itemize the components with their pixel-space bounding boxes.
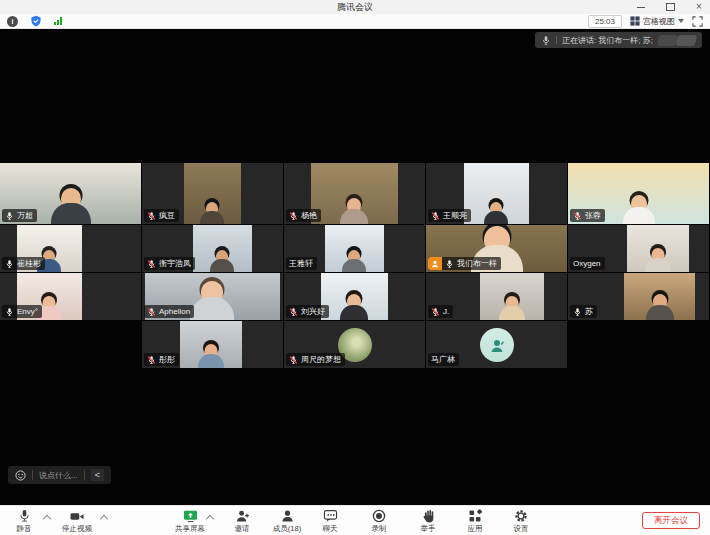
participant-name-label: 周尺的梦想 bbox=[286, 353, 345, 366]
mic-muted-icon bbox=[147, 211, 156, 221]
participant-name-label: 马广林 bbox=[428, 353, 459, 366]
mic-muted-icon bbox=[289, 307, 298, 317]
participant-tile[interactable]: 周尺的梦想 bbox=[284, 321, 425, 368]
mic-on-icon bbox=[445, 259, 454, 269]
participant-name-label: 我们布一样 bbox=[428, 257, 501, 270]
mic-icon bbox=[2, 509, 46, 523]
chat-button[interactable]: 聊天 bbox=[308, 509, 352, 533]
participant-video bbox=[193, 225, 252, 272]
raise-hand-icon bbox=[406, 509, 450, 523]
mic-on-icon bbox=[5, 307, 14, 317]
participant-name-label: 王顺亮 bbox=[428, 209, 471, 222]
camera-icon bbox=[55, 509, 99, 523]
view-mode-label: 宫格视图 bbox=[643, 16, 675, 27]
participant-tile[interactable]: 张蓉 bbox=[568, 163, 709, 224]
window-title: 腾讯会议 bbox=[0, 0, 710, 14]
mic-muted-icon bbox=[147, 355, 156, 365]
record-button[interactable]: 录制 bbox=[357, 509, 401, 533]
meeting-window: 腾讯会议 × i 25:03 宫格视图 正在讲话: 我们布一样; 苏; bbox=[0, 0, 710, 535]
participant-tile[interactable]: 王顺亮 bbox=[426, 163, 567, 224]
emoji-icon[interactable] bbox=[15, 470, 26, 481]
participant-video bbox=[480, 273, 545, 320]
settings-button[interactable]: 设置 bbox=[499, 509, 543, 533]
leave-meeting-button[interactable]: 离开会议 bbox=[642, 512, 700, 529]
participant-tile[interactable]: 苏 bbox=[568, 273, 709, 320]
chat-input[interactable]: 说点什么... bbox=[39, 470, 78, 481]
participant-video bbox=[464, 163, 529, 224]
speaking-label: 正在讲话: 我们布一样; 苏; bbox=[562, 35, 653, 46]
video-gallery-area: 正在讲话: 我们布一样; 苏; 万超疯豆杨艳王顺亮张蓉崔桂彬衡宇浩凤王雅轩我们布… bbox=[0, 29, 710, 505]
participant-tile[interactable]: 我们布一样 bbox=[426, 225, 567, 272]
members-button[interactable]: 成员(18) bbox=[265, 509, 309, 533]
mic-muted-icon bbox=[289, 355, 298, 365]
participant-video bbox=[184, 163, 240, 224]
participant-tile[interactable]: J. bbox=[426, 273, 567, 320]
fullscreen-icon[interactable] bbox=[692, 16, 703, 27]
mute-button[interactable]: 静音 bbox=[2, 509, 46, 533]
participant-name-label: Oxygen bbox=[570, 257, 605, 270]
participant-tile[interactable]: 杨艳 bbox=[284, 163, 425, 224]
participant-video bbox=[321, 273, 389, 320]
mic-icon bbox=[541, 35, 551, 46]
stop-video-button[interactable]: 停止视频 bbox=[55, 509, 99, 533]
chat-bubble-icon bbox=[308, 509, 352, 523]
participant-tile[interactable]: 马广林 bbox=[426, 321, 567, 368]
speaker-thumbnail bbox=[676, 35, 698, 46]
participant-tile[interactable]: 彤彤 bbox=[142, 321, 283, 368]
chat-collapse-button[interactable]: < bbox=[91, 469, 104, 481]
apps-button[interactable]: 应用 bbox=[453, 509, 497, 533]
participant-tile[interactable]: 崔桂彬 bbox=[0, 225, 141, 272]
network-signal-icon bbox=[54, 17, 62, 25]
participant-name-label: 刘兴好 bbox=[286, 305, 329, 318]
view-mode-dropdown[interactable]: 宫格视图 bbox=[630, 16, 684, 27]
participant-tile[interactable]: 万超 bbox=[0, 163, 141, 224]
share-screen-button[interactable]: 共享屏幕 bbox=[168, 509, 212, 533]
participant-name-label: 万超 bbox=[2, 209, 37, 222]
gear-icon bbox=[499, 509, 543, 523]
apps-grid-icon bbox=[453, 509, 497, 523]
mic-muted-icon bbox=[431, 211, 440, 221]
participant-tile[interactable]: 衡宇浩凤 bbox=[142, 225, 283, 272]
participant-video bbox=[624, 273, 695, 320]
invite-person-icon bbox=[220, 509, 264, 523]
participant-name-label: J. bbox=[428, 305, 453, 318]
meeting-timer: 25:03 bbox=[588, 15, 622, 28]
video-options-chevron[interactable] bbox=[100, 515, 108, 523]
invite-button[interactable]: 邀请 bbox=[220, 509, 264, 533]
participant-tile[interactable]: Aphelion bbox=[142, 273, 283, 320]
title-bar: 腾讯会议 × bbox=[0, 0, 710, 14]
mic-muted-icon bbox=[289, 211, 298, 221]
participant-name-label: 衡宇浩凤 bbox=[144, 257, 195, 270]
minimize-button[interactable] bbox=[634, 1, 648, 13]
record-icon bbox=[357, 509, 401, 523]
participant-tile[interactable]: Oxygen bbox=[568, 225, 709, 272]
meeting-info-icon[interactable]: i bbox=[7, 16, 18, 27]
close-button[interactable]: × bbox=[692, 1, 706, 13]
mic-muted-icon bbox=[431, 307, 440, 317]
participant-name-label: 王雅轩 bbox=[286, 257, 317, 270]
members-icon bbox=[265, 509, 309, 523]
participant-tile[interactable]: 疯豆 bbox=[142, 163, 283, 224]
speaking-indicator: 正在讲话: 我们布一样; 苏; bbox=[535, 32, 702, 48]
maximize-button[interactable] bbox=[663, 1, 677, 13]
security-shield-icon[interactable] bbox=[30, 15, 42, 27]
grid-view-icon bbox=[630, 16, 640, 26]
mic-muted-icon bbox=[147, 307, 156, 317]
participant-name-label: 杨艳 bbox=[286, 209, 321, 222]
participant-name-label: 苏 bbox=[570, 305, 597, 318]
participant-name-label: 疯豆 bbox=[144, 209, 179, 222]
hand-raised-badge bbox=[428, 257, 442, 270]
mic-on-icon bbox=[5, 259, 14, 269]
participant-tile[interactable]: 王雅轩 bbox=[284, 225, 425, 272]
participant-name-label: 崔桂彬 bbox=[2, 257, 45, 270]
participant-tile[interactable]: 刘兴好 bbox=[284, 273, 425, 320]
chevron-down-icon bbox=[678, 19, 684, 23]
participant-video bbox=[311, 163, 398, 224]
mic-on-icon bbox=[5, 211, 14, 221]
participant-name-label: Envy° bbox=[2, 305, 42, 318]
chat-quick-bar: 说点什么... < bbox=[8, 466, 111, 484]
raise-hand-button[interactable]: 举手 bbox=[406, 509, 450, 533]
participant-video bbox=[627, 225, 689, 272]
participant-name-label: Aphelion bbox=[144, 305, 194, 318]
participant-tile[interactable]: Envy° bbox=[0, 273, 141, 320]
